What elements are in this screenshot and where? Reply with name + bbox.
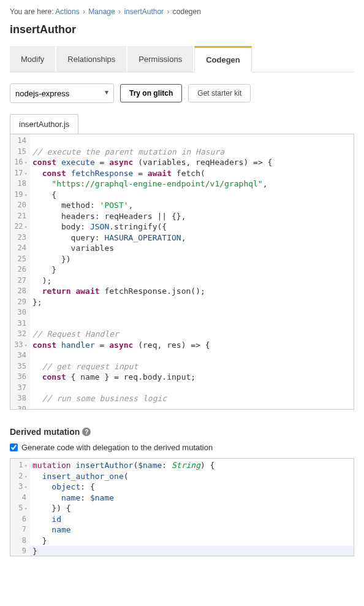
- breadcrumb: You are here: Actions › Manage › insertA…: [10, 7, 354, 16]
- page-title: insertAuthor: [10, 23, 354, 36]
- code-editor-mutation[interactable]: 1▾2▾3▾45▾6789 mutation insertAuthor($nam…: [10, 458, 354, 556]
- tab-modify[interactable]: Modify: [10, 46, 55, 72]
- framework-select[interactable]: nodejs-express: [10, 84, 113, 102]
- line-number: 20: [12, 200, 26, 211]
- line-number: 24: [12, 243, 26, 254]
- line-number: 3▾: [12, 481, 26, 493]
- code-editor-main[interactable]: 141516▾17▾1819▾202122▾232425262728293031…: [10, 134, 354, 410]
- line-number: 32: [12, 329, 26, 340]
- line-number: 35: [12, 361, 26, 372]
- tab-permissions[interactable]: Permissions: [127, 46, 193, 72]
- tab-relationships[interactable]: Relationships: [56, 46, 126, 72]
- line-number: 5▾: [12, 503, 26, 514]
- try-on-glitch-button[interactable]: Try on glitch: [120, 84, 182, 102]
- line-number: 6: [12, 514, 26, 525]
- line-number: 34: [12, 350, 26, 361]
- line-number: 37: [12, 383, 26, 394]
- breadcrumb-insertauthor[interactable]: insertAuthor: [124, 7, 164, 16]
- line-number: 23: [12, 232, 26, 244]
- line-number: 19▾: [12, 190, 26, 201]
- delegation-checkbox-label: Generate code with delegation to the der…: [21, 443, 213, 452]
- line-number: 31: [12, 318, 26, 329]
- line-number: 33▾: [12, 340, 26, 351]
- breadcrumb-prefix: You are here:: [10, 7, 54, 16]
- get-starter-kit-button[interactable]: Get starter kit: [188, 84, 251, 102]
- line-number: 9: [12, 546, 26, 556]
- file-tab[interactable]: insertAuthor.js: [10, 114, 78, 134]
- delegation-checkbox[interactable]: [10, 443, 18, 451]
- line-number: 17▾: [12, 168, 26, 179]
- line-number: 30: [12, 307, 26, 318]
- tab-codegen[interactable]: Codegen: [194, 46, 252, 72]
- line-number: 21: [12, 211, 26, 222]
- line-number: 4: [12, 493, 26, 504]
- line-number: 8: [12, 535, 26, 547]
- line-number: 18: [12, 178, 26, 190]
- line-number: 27: [12, 275, 26, 286]
- line-number: 7: [12, 524, 26, 535]
- line-number: 25: [12, 254, 26, 265]
- breadcrumb-codegen: codegen: [173, 7, 201, 16]
- line-number: 28: [12, 286, 26, 297]
- line-number: 2▾: [12, 471, 26, 482]
- line-number: 29: [12, 297, 26, 308]
- line-number: 1▾: [12, 460, 26, 471]
- breadcrumb-manage[interactable]: Manage: [88, 7, 115, 16]
- line-number: 36: [12, 372, 26, 383]
- line-number: 16▾: [12, 157, 26, 168]
- breadcrumb-actions[interactable]: Actions: [55, 7, 79, 16]
- line-number: 14: [12, 136, 26, 147]
- derived-mutation-title: Derived mutation ?: [10, 427, 354, 437]
- line-number: 38: [12, 393, 26, 404]
- line-number: 26: [12, 264, 26, 275]
- delegation-checkbox-row[interactable]: Generate code with delegation to the der…: [10, 443, 354, 452]
- line-number: 15: [12, 147, 26, 158]
- tabs: Modify Relationships Permissions Codegen: [10, 46, 354, 72]
- line-number: 22▾: [12, 221, 26, 232]
- framework-select-wrap[interactable]: nodejs-express ▼: [10, 83, 114, 103]
- help-icon[interactable]: ?: [82, 428, 91, 436]
- line-number: 39: [12, 404, 26, 410]
